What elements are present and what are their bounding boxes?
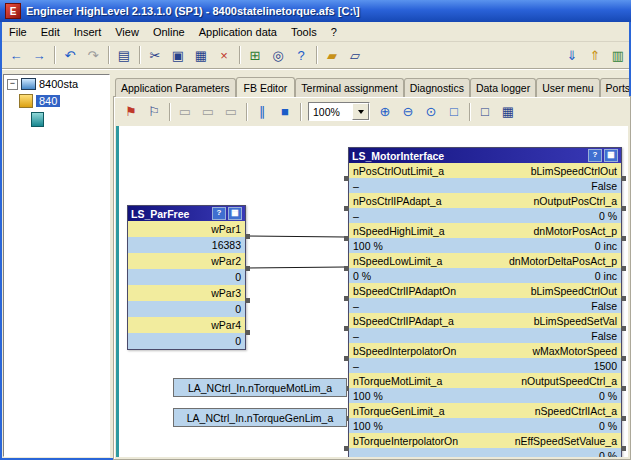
pin-label-input[interactable]: bSpeedCtrlIPAdaptOn [353,285,456,297]
pin-label-output[interactable]: bLimSpeedCtrlOut [531,285,617,297]
copy-icon[interactable]: ▣ [167,45,189,66]
fb-canvas[interactable]: LS_ParFree ? ▦ wPar1 16383 wPar2 0 wPar3… [116,126,628,457]
zoom-select[interactable]: 100% [308,102,370,121]
order-a-icon[interactable]: ▭ [174,101,196,122]
block-title-bar[interactable]: LS_ParFree ? ▦ [128,206,245,221]
port-reference-torque-mot[interactable]: LA_NCtrl_In.nTorqueMotLim_a [173,378,347,397]
menu-online[interactable]: Online [146,24,192,40]
go-online-icon[interactable]: ▰ [321,45,343,66]
tab-data-logger[interactable]: Data logger [470,78,536,97]
block-help-icon[interactable]: ? [212,207,226,220]
pin-label-input[interactable]: nSpeedLowLimit_a [353,255,442,267]
menu-insert[interactable]: Insert [67,24,109,40]
paste-icon[interactable]: ▦ [190,45,212,66]
pin-label-output[interactable]: wMaxMotorSpeed [532,345,617,357]
undo-icon[interactable]: ↶ [59,45,81,66]
redo-icon[interactable]: ↷ [82,45,104,66]
menu-view[interactable]: View [108,24,146,40]
block-title-bar[interactable]: LS_MotorInterface ? ▦ [349,148,621,163]
zoom-dropdown-icon[interactable] [352,103,369,120]
pin-label-output[interactable]: bLimSpeedSetVal [534,315,617,327]
pin-label-output[interactable]: nOutputSpeedCtrl_a [521,375,617,387]
fb-block-ls-parfree[interactable]: LS_ParFree ? ▦ wPar1 16383 wPar2 0 wPar3… [127,205,246,350]
menu-application-data[interactable]: Application data [192,24,284,40]
order-c-icon[interactable]: ▭ [220,101,242,122]
connection-line[interactable] [247,236,345,237]
pin-label-input[interactable]: nSpeedHighLimit_a [353,225,445,237]
pin-label-input[interactable]: bTorqueInterpolatorOn [353,435,458,447]
tab-diagnostics[interactable]: Diagnostics [404,78,470,97]
pin-label-output[interactable]: wPar4 [211,319,241,331]
tree-node-label[interactable]: 8400sta [39,78,78,90]
sheet-grid-icon[interactable]: ▦ [497,101,519,122]
pause-icon[interactable]: ∥ [251,101,273,122]
pin-value: 0 inc [595,270,617,282]
fb-block-ls-motorinterface[interactable]: LS_MotorInterface ? ▦ nPosCtrlOutLimit_a… [348,147,622,457]
forward-icon[interactable]: → [28,45,50,66]
pin-label-output[interactable]: dnMotorPosAct_p [534,225,617,237]
cut-icon[interactable]: ✂ [144,45,166,66]
order-b-icon[interactable]: ▭ [197,101,219,122]
upload-icon[interactable]: ⇑ [584,45,606,66]
tree-node-application[interactable] [28,109,109,128]
tab-user-menu[interactable]: User menu [536,78,599,97]
pin-value: 16383 [212,239,241,251]
search-icon[interactable]: ◎ [267,45,289,66]
port-reference-torque-gen[interactable]: LA_NCtrl_In.nTorqueGenLim_a [173,408,347,427]
connection-line[interactable] [247,267,345,268]
pin-label-input[interactable]: nTorqueMotLimit_a [353,375,442,387]
pin-label-input[interactable]: bSpeedInterpolatorOn [353,345,456,357]
sheet-flag-alt-icon[interactable]: ⚐ [143,101,165,122]
pin-label-input[interactable]: nPosCtrlOutLimit_a [353,165,444,177]
pin-label-input[interactable]: nPosCtrlIPAdapt_a [353,195,442,207]
pin-label-input[interactable]: bSpeedCtrlIPAdapt_a [353,315,454,327]
download-icon[interactable]: ⇓ [561,45,583,66]
fb-editor-toolbar: ⚑ ⚐ ▭ ▭ ▭ ∥ ■ 100% ⊕ ⊖ ⊙ □ □ ▦ [116,99,628,124]
menu-tools[interactable]: Tools [284,24,324,40]
pin-label-output[interactable]: wPar1 [211,223,241,235]
pin-label-output[interactable]: bLimSpeedCtrlOut [531,165,617,177]
pin-label-output[interactable]: wPar2 [211,255,241,267]
delete-icon[interactable]: × [213,45,235,66]
block-detail-icon[interactable]: ▦ [604,149,618,162]
tree-node-root[interactable]: − 8400sta [4,75,109,91]
sheet-flag-icon[interactable]: ⚑ [120,101,142,122]
zoom-in-icon[interactable]: ⊕ [374,101,396,122]
tab-terminal-assignment[interactable]: Terminal assignment [295,78,403,97]
tree-node-label-selected[interactable]: 840 [36,95,60,107]
pin-label-output[interactable]: dnMotorDeltaPosAct_p [509,255,617,267]
expander-icon[interactable]: − [7,79,18,90]
pin-label-output[interactable]: nEffSpeedSetValue_a [515,435,617,447]
menu-help[interactable]: ? [324,24,344,40]
monitor-icon[interactable]: ▥ [607,45,629,66]
pin-label-input[interactable]: nTorqueGenLimit_a [353,405,445,417]
tab-fb-editor[interactable]: FB Editor [236,77,296,97]
fb-editor-panel: ⚑ ⚐ ▭ ▭ ▭ ∥ ■ 100% ⊕ ⊖ ⊙ □ □ ▦ [113,96,631,460]
zoom-out-icon[interactable]: ⊖ [397,101,419,122]
toolbar-separator [316,46,317,64]
pin-label-output[interactable]: nSpeedCtrlIAct_a [535,405,617,417]
tree-node-axis[interactable]: 840 [16,91,109,109]
new-sheet-icon[interactable]: □ [474,101,496,122]
back-icon[interactable]: ← [5,45,27,66]
stop-icon[interactable]: ■ [274,101,296,122]
menu-file[interactable]: File [2,24,34,40]
go-offline-icon[interactable]: ▱ [344,45,366,66]
menu-edit[interactable]: Edit [34,24,67,40]
help-icon[interactable]: ? [290,45,312,66]
zoom-original-icon[interactable]: ⊙ [420,101,442,122]
zoom-fit-icon[interactable]: □ [443,101,465,122]
tab-application-parameters[interactable]: Application Parameters [115,78,236,97]
block-detail-icon[interactable]: ▦ [228,207,242,220]
tab-ports[interactable]: Ports [600,78,629,97]
pin-value: 0 [235,271,241,283]
pin-label-output[interactable]: nOutputPosCtrl_a [534,195,617,207]
pin-label-output[interactable]: wPar3 [211,287,241,299]
block-help-icon[interactable]: ? [588,149,602,162]
pin-value: 0 % [353,270,371,282]
output-connectors[interactable] [621,176,626,451]
save-icon[interactable]: ▤ [113,45,135,66]
title-bar[interactable]: E Engineer HighLevel 2.13.1.0 (SP1) - 84… [0,0,631,22]
output-connectors[interactable] [245,234,250,336]
insert-fb-icon[interactable]: ⊞ [244,45,266,66]
